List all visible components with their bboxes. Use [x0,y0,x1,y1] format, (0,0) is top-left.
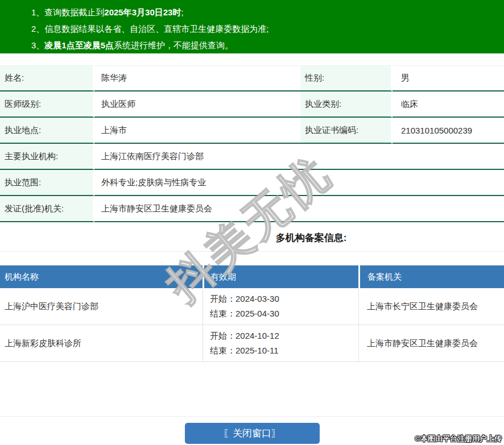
field-label-practice-location: 执业地点: [0,118,94,144]
notice-text: 1、查询数据截止到 [31,7,104,17]
column-header-org-name: 机构名称 [0,265,203,288]
table-row: 上海新彩皮肤科诊所 开始：2024-10-12 结束：2025-10-11 上海… [0,325,504,362]
validity-end: 结束：2025-04-30 [210,306,358,321]
section-header: 多机构备案信息: [0,222,504,252]
field-label-doctor-level: 医师级别: [0,92,94,118]
cell-validity: 开始：2024-10-12 结束：2025-10-11 [203,325,358,362]
field-label-name: 姓名: [0,65,94,92]
notice-text: 3、 [31,40,44,50]
cell-org-name: 上海新彩皮肤科诊所 [0,325,203,362]
field-value-practice-scope: 外科专业;皮肤病与性病专业 [94,170,504,196]
validity-end: 结束：2025-10-11 [210,343,358,358]
field-label-issuing-authority: 发证(批准)机关: [0,196,94,222]
field-label-practice-scope: 执业范围: [0,170,94,196]
column-header-filing-authority: 备案机关 [358,265,504,288]
table-row: 发证(批准)机关: 上海市静安区卫生健康委员会 [0,196,504,222]
notice-line-2: 2、信息数据结果以各省、自治区、直辖市卫生健康委数据为准; [31,20,498,37]
notice-text-bold: 凌晨1点至凌晨5点 [44,40,114,50]
cell-filing-authority: 上海市静安区卫生健康委员会 [358,325,504,362]
notice-banner: 1、查询数据截止到2025年3月30日23时; 2、信息数据结果以各省、自治区、… [0,0,504,53]
notice-text-bold: 2025年3月30日23时 [104,7,181,17]
table-row: 医师级别: 执业医师 执业类别: 临床 [0,92,504,118]
validity-start: 开始：2024-03-30 [210,292,358,306]
field-value-doctor-level: 执业医师 [94,92,300,118]
field-value-gender: 男 [393,65,504,92]
field-label-practice-category: 执业类别: [300,92,393,118]
notice-text: 2、信息数据结果以各省、自治区、直辖市卫生健康委数据为准; [31,24,269,34]
field-value-practice-location: 上海市 [94,118,300,144]
field-label-main-institution: 主要执业机构: [0,144,94,170]
cell-filing-authority: 上海市长宁区卫生健康委员会 [358,288,504,325]
section-title: 多机构备案信息: [276,231,347,244]
cell-validity: 开始：2024-03-30 结束：2025-04-30 [203,288,358,325]
column-header-validity: 有效期 [203,265,358,288]
close-window-button[interactable]: 〖关闭窗口〗 [185,423,320,444]
filing-header-row: 机构名称 有效期 备案机关 [0,265,504,288]
table-row: 上海沪中医疗美容门诊部 开始：2024-03-30 结束：2025-04-30 … [0,288,504,325]
field-label-certificate-number: 执业证书编码: [300,118,393,144]
field-value-issuing-authority: 上海市静安区卫生健康委员会 [94,196,504,222]
upload-credit-text: ©本图由平台注册用户上传 [415,434,502,444]
table-row: 主要执业机构: 上海江依南医疗美容门诊部 [0,144,504,170]
table-row: 姓名: 陈华涛 性别: 男 [0,65,504,92]
cell-org-name: 上海沪中医疗美容门诊部 [0,288,203,325]
field-value-certificate-number: 210310105000239 [393,118,504,144]
validity-start: 开始：2024-10-12 [210,328,358,343]
notice-line-1: 1、查询数据截止到2025年3月30日23时; [31,4,498,20]
notice-text: ; [181,7,183,17]
field-label-gender: 性别: [300,65,393,92]
field-value-name: 陈华涛 [94,65,300,92]
field-value-practice-category: 临床 [393,92,504,118]
field-value-main-institution: 上海江依南医疗美容门诊部 [94,144,504,170]
notice-text: 系统进行维护，不能提供查询。 [114,40,233,50]
table-row: 执业地点: 上海市 执业证书编码: 210310105000239 [0,118,504,144]
table-row: 执业范围: 外科专业;皮肤病与性病专业 [0,170,504,196]
filing-table: 机构名称 有效期 备案机关 上海沪中医疗美容门诊部 开始：2024-03-30 … [0,265,504,362]
practitioner-info-table: 姓名: 陈华涛 性别: 男 医师级别: 执业医师 执业类别: 临床 执业地点: … [0,65,504,222]
notice-line-3: 3、凌晨1点至凌晨5点系统进行维护，不能提供查询。 [31,37,498,53]
